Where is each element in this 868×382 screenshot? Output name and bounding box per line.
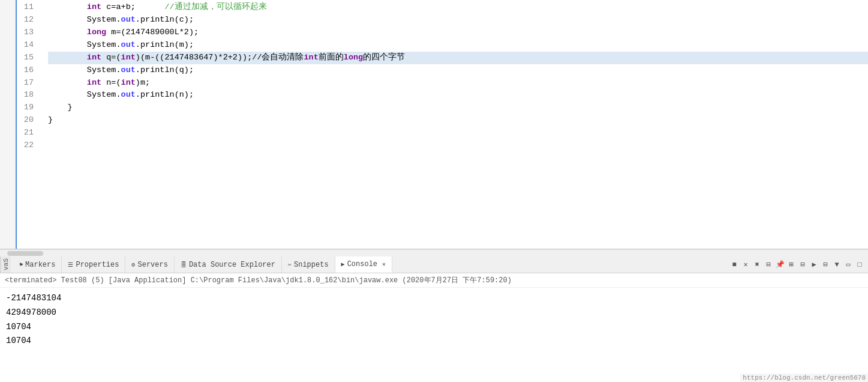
token-comment-cn: //通过加减，可以循环起来 (164, 2, 266, 11)
console-toolbar: ■ ✕ ✖ ⊟ 📌 ⊞ ⊟ ▶ ⊟ ▼ ▭ □ (729, 260, 868, 270)
pin-button[interactable]: 📌 (775, 260, 785, 270)
token-plain: .println(c); (136, 15, 194, 24)
code-area[interactable]: int c=a+b; //通过加减，可以循环起来 System.out.prin… (42, 0, 868, 249)
token-plain: c=a+b; (101, 2, 164, 11)
line-number: 19 (17, 102, 38, 114)
code-line: int n=(int)m; (48, 77, 868, 89)
code-line: } (48, 114, 868, 127)
token-plain: .println(q); (136, 65, 194, 74)
token-plain: )(m-((2147483647)*2+2));//会自动清除 (136, 53, 304, 62)
line-number: 15 (17, 52, 38, 64)
line-number: 12 (17, 14, 38, 26)
token-plain: System. (48, 15, 121, 24)
token-blue-dot: out (121, 40, 136, 49)
line-number: 21 (17, 127, 38, 139)
tab-label: Snippets (294, 261, 329, 269)
token-kw: int (121, 53, 136, 62)
minimize-button[interactable]: ▭ (843, 260, 853, 270)
horizontal-scrollbar[interactable] (0, 249, 868, 256)
token-plain: } (48, 103, 73, 112)
line-number: 17 (17, 77, 38, 89)
token-plain: .println(m); (136, 40, 194, 49)
scroll-lock-button[interactable]: ⊟ (764, 260, 773, 270)
stop-button[interactable]: ■ (729, 260, 739, 270)
line-number: 11 (17, 1, 38, 14)
tab-snippets[interactable]: ✂Snippets (282, 256, 335, 273)
tab-label: Console (347, 260, 377, 268)
left-gutter (0, 0, 17, 249)
tab-properties[interactable]: ☰Properties (62, 256, 125, 273)
token-plain: n=( (101, 78, 121, 87)
maximize-button[interactable]: □ (855, 260, 864, 270)
view-button[interactable]: ⊞ (786, 260, 796, 270)
code-line: int q=(int)(m-((2147483647)*2+2));//会自动清… (48, 52, 868, 64)
tab-markers[interactable]: ⚑Markers (13, 256, 62, 273)
token-kw: int (87, 2, 101, 11)
editor-area: 111213141516171819202122 int c=a+b; //通过… (0, 0, 868, 249)
markers-icon: ⚑ (19, 261, 23, 268)
token-kw: int (304, 53, 318, 62)
line-numbers: 111213141516171819202122 (17, 0, 42, 249)
token-kw: int (87, 78, 101, 87)
url-hint: https://blog.csdn.net/green5678 (740, 374, 868, 382)
data source explorer-icon: 🗄 (181, 261, 187, 268)
token-plain: .println(n); (136, 90, 194, 99)
tab-console[interactable]: ▶Console✕ (335, 256, 392, 273)
code-line: long m=(2147489000L*2); (48, 26, 868, 39)
properties-icon: ☰ (68, 261, 73, 268)
token-kw: int (121, 78, 136, 87)
split-button[interactable]: ⊟ (798, 260, 807, 270)
open-button[interactable]: ⊟ (821, 260, 830, 270)
tabs-row: ⚑Markers☰Properties⚙Servers🗄Data Source … (0, 256, 729, 273)
line-number: 22 (17, 139, 38, 152)
tab-label: Data Source Explorer (189, 261, 275, 269)
tab-label: Properties (76, 261, 119, 269)
console-icon: ▶ (341, 261, 345, 268)
tab-data-source-explorer[interactable]: 🗄Data Source Explorer (175, 256, 282, 273)
token-kw: long (344, 53, 363, 62)
token-kw: int (87, 53, 101, 62)
token-blue-dot: out (121, 65, 136, 74)
token-plain: )m; (136, 78, 150, 87)
token-plain: System. (48, 40, 121, 49)
output-line: 10704 (6, 320, 862, 335)
tab-servers[interactable]: ⚙Servers (125, 256, 174, 273)
console-area: vaS ⚑Markers☰Properties⚙Servers🗄Data Sou… (0, 256, 868, 382)
code-line: System.out.println(q); (48, 64, 868, 77)
snippets-icon: ✂ (288, 261, 292, 268)
line-number: 14 (17, 39, 38, 52)
servers-icon: ⚙ (131, 261, 135, 268)
token-plain (48, 78, 87, 87)
console-tabs-bar: vaS ⚑Markers☰Properties⚙Servers🗄Data Sou… (0, 256, 868, 273)
token-plain: System. (48, 65, 121, 74)
side-label: vaS (0, 256, 11, 273)
tab-label: Markers (25, 261, 55, 269)
close-icon[interactable]: ✕ (382, 261, 386, 268)
line-number: 13 (17, 26, 38, 39)
token-plain (48, 53, 87, 62)
terminate-button[interactable]: ✕ (741, 260, 750, 270)
token-plain: 的四个字节 (363, 53, 405, 62)
terminated-line: <terminated> Test08 (5) [Java Applicatio… (0, 273, 868, 288)
code-line: System.out.println(n); (48, 89, 868, 102)
token-plain: m=(2147489000L*2); (106, 28, 199, 37)
token-blue-dot: out (121, 90, 136, 99)
token-blue-dot: out (121, 15, 136, 24)
code-line: System.out.println(c); (48, 14, 868, 26)
token-plain: q=( (101, 53, 121, 62)
token-plain: System. (48, 90, 121, 99)
token-kw: long (87, 28, 106, 37)
more-button[interactable]: ▼ (832, 260, 842, 270)
token-plain (48, 28, 87, 37)
clear-button[interactable]: ✖ (752, 260, 762, 270)
token-plain (48, 2, 87, 11)
scrollbar-thumb[interactable] (7, 251, 43, 256)
run-button[interactable]: ▶ (809, 260, 819, 270)
code-line: int c=a+b; //通过加减，可以循环起来 (48, 1, 868, 14)
tab-label: Servers (138, 261, 168, 269)
token-plain: } (48, 115, 53, 124)
console-output: -214748310442949780001070410704 (0, 288, 868, 352)
output-line: -2147483104 (6, 291, 862, 306)
line-number: 16 (17, 64, 38, 77)
code-line: System.out.println(m); (48, 39, 868, 52)
